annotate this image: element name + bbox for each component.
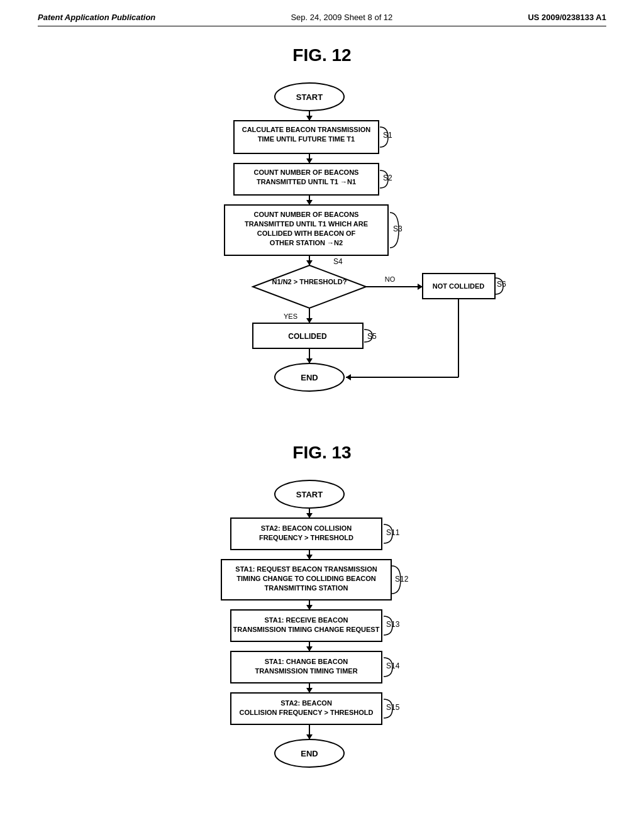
svg-marker-11 (306, 260, 313, 265)
fig12-s3-line3: COLLIDED WITH BEACON OF (257, 230, 356, 237)
svg-marker-5 (306, 158, 313, 163)
svg-marker-16 (418, 284, 423, 290)
svg-marker-20 (306, 358, 313, 363)
fig13-s12-line1: STA1: REQUEST BEACON TRANSMISSION (235, 565, 377, 573)
svg-marker-36 (306, 646, 313, 651)
fig12-s4-label: S4 (333, 257, 343, 266)
fig13-s13-line2: TRANSMISSION TIMING CHANGE REQUEST (233, 626, 380, 633)
fig12-end-text: END (301, 373, 318, 382)
fig13-s11-label: S11 (386, 528, 400, 537)
fig13-s15-label: S15 (386, 703, 400, 712)
fig12-s1-line1: CALCULATE BEACON TRANSMISSION (242, 126, 371, 133)
fig13-s12-line3: TRANSMITTING STATION (265, 584, 348, 592)
header-patent-number: US 2009/0238133 A1 (528, 13, 606, 22)
fig13-s14-line1: STA1: CHANGE BEACON (265, 658, 348, 665)
fig12-s2-line2: TRANSMITTED UNTIL T1 →N1 (257, 178, 356, 185)
fig13-s13-line1: STA1: RECEIVE BEACON (264, 616, 348, 624)
svg-marker-8 (306, 200, 313, 205)
fig13-end-text: END (301, 749, 318, 758)
svg-marker-12 (253, 265, 366, 308)
fig12-s2-line1: COUNT NUMBER OF BEACONS (254, 169, 359, 176)
svg-marker-14 (306, 318, 313, 323)
fig12-s3-line1: COUNT NUMBER OF BEACONS (254, 211, 359, 218)
fig12-s4-line1: N1/N2 > THRESHOLD? (272, 278, 347, 285)
fig13-s14-line2: TRANSMISSION TIMING TIMER (255, 667, 357, 675)
fig13-start-text: START (296, 490, 323, 499)
fig13-svg: START STA2: BEACON COLLISION FREQUENCY >… (133, 475, 511, 830)
fig13-title: FIG. 13 (38, 443, 606, 463)
fig13-s14-label: S14 (386, 661, 400, 670)
fig13-s11-line2: FREQUENCY > THRESHOLD (259, 534, 353, 541)
fig12-title: FIG. 12 (38, 45, 606, 65)
svg-marker-30 (306, 555, 313, 560)
fig13-diagram: START STA2: BEACON COLLISION FREQUENCY >… (38, 475, 606, 830)
svg-marker-27 (306, 513, 313, 518)
fig12-svg: START CALCULATE BEACON TRANSMISSION TIME… (133, 78, 511, 430)
fig13-s15-line2: COLLISION FREQUENCY > THRESHOLD (240, 709, 374, 716)
fig12-s3-label: S3 (393, 224, 402, 233)
svg-marker-24 (346, 374, 351, 380)
header-publication-label: Patent Application Publication (38, 13, 155, 22)
svg-marker-33 (306, 605, 313, 610)
svg-marker-42 (306, 734, 313, 739)
fig12-no-label: NO (385, 275, 396, 283)
page-header: Patent Application Publication Sep. 24, … (38, 13, 606, 26)
fig12-s1-line2: TIME UNTIL FUTURE TIME T1 (258, 135, 355, 143)
fig13-s11-line1: STA2: BEACON COLLISION (261, 524, 352, 532)
fig12-s5-text: COLLIDED (288, 332, 327, 341)
fig12-diagram: START CALCULATE BEACON TRANSMISSION TIME… (38, 78, 606, 430)
fig12-s6-text: NOT COLLIDED (433, 282, 485, 290)
page: Patent Application Publication Sep. 24, … (0, 0, 644, 830)
fig12-s3-line2: TRANSMITTED UNTIL T1 WHICH ARE (245, 220, 368, 228)
fig13-s12-line2: TIMING CHANGE TO COLLIDING BEACON (236, 575, 376, 582)
fig12-start-text: START (296, 92, 323, 102)
fig12-s3-line4: OTHER STATION →N2 (270, 239, 343, 246)
fig12-yes-label: YES (284, 313, 297, 320)
fig13-s12-label: S12 (395, 575, 409, 584)
svg-marker-39 (306, 688, 313, 693)
fig13-s15-line1: STA2: BEACON (280, 699, 332, 707)
header-date-sheet: Sep. 24, 2009 Sheet 8 of 12 (291, 13, 392, 22)
fig13-s13-label: S13 (386, 620, 400, 629)
svg-marker-2 (306, 116, 313, 121)
